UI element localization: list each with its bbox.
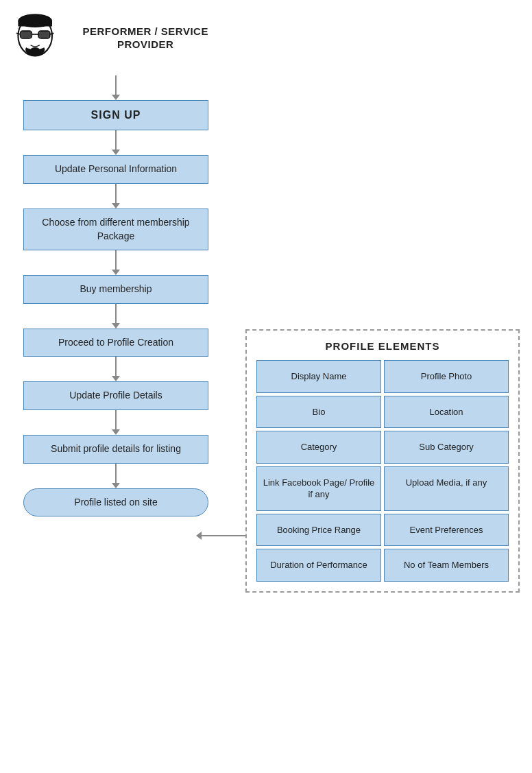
svg-rect-2 — [18, 21, 52, 26]
flow-step-submit-profile: Submit profile details for listing — [23, 435, 208, 464]
svg-point-12 — [30, 47, 40, 54]
connector-0 — [112, 75, 120, 100]
svg-rect-6 — [39, 32, 49, 38]
profile-cell-1: Profile Photo — [384, 360, 509, 393]
profile-cell-7: Upload Media, if any — [384, 466, 509, 511]
profile-elements-container: PROFILE ELEMENTS Display NameProfile Pho… — [245, 329, 520, 593]
connector-1 — [112, 130, 120, 155]
svg-rect-5 — [21, 32, 32, 38]
page-title: PERFORMER / SERVICE PROVIDER — [69, 25, 222, 51]
profile-cell-8: Booking Price Range — [256, 514, 381, 547]
connector-4 — [112, 304, 120, 329]
flow-step-signup: SIGN UP — [23, 100, 208, 130]
flow-step-update-profile: Update Profile Details — [23, 381, 208, 410]
profile-cell-3: Location — [384, 396, 509, 429]
flow-step-proceed-profile: Proceed to Profile Creation — [23, 329, 208, 357]
profile-cell-10: Duration of Performance — [256, 549, 381, 582]
profile-grid: Display NameProfile PhotoBioLocationCate… — [256, 360, 509, 582]
avatar-icon — [10, 7, 60, 69]
avatar-area: PERFORMER / SERVICE PROVIDER — [10, 7, 222, 69]
connector-7 — [112, 464, 120, 488]
profile-cell-2: Bio — [256, 396, 381, 429]
flow-step-update-personal: Update Personal Information — [23, 155, 208, 184]
profile-cell-0: Display Name — [256, 360, 381, 393]
profile-cell-9: Event Preferences — [384, 514, 509, 547]
flow-step-choose-membership: Choose from different membership Package — [23, 209, 208, 250]
profile-cell-6: Link Facebook Page/ Profile if any — [256, 466, 381, 511]
flow-step-buy-membership: Buy membership — [23, 275, 208, 304]
flow-column: PERFORMER / SERVICE PROVIDER SIGN UP Upd… — [10, 7, 222, 516]
connector-2 — [112, 184, 120, 209]
connector-6 — [112, 410, 120, 435]
profile-cell-5: Sub Category — [384, 431, 509, 464]
connector-3 — [112, 250, 120, 275]
profile-arrow — [196, 532, 251, 540]
flow-step-profile-listed: Profile listed on site — [23, 488, 208, 517]
connector-5 — [112, 357, 120, 381]
profile-cell-4: Category — [256, 431, 381, 464]
profile-cell-11: No of Team Members — [384, 549, 509, 582]
profile-elements-title: PROFILE ELEMENTS — [256, 340, 509, 352]
